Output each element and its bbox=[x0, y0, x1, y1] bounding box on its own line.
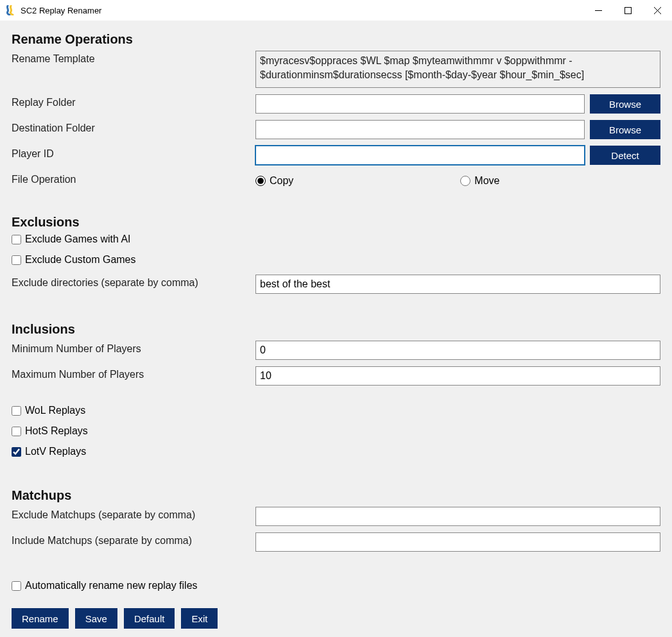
detect-button[interactable]: Detect bbox=[590, 146, 660, 165]
file-op-move-radio[interactable]: Move bbox=[460, 175, 499, 187]
lotv-checkbox[interactable]: LotV Replays bbox=[12, 446, 660, 457]
browse-destination-folder-button[interactable]: Browse bbox=[590, 120, 660, 139]
file-op-move-label: Move bbox=[474, 175, 499, 187]
file-operation-label: File Operation bbox=[12, 171, 255, 185]
wol-checkbox[interactable]: WoL Replays bbox=[12, 405, 660, 416]
svg-rect-1 bbox=[625, 7, 631, 13]
rename-template-label: Rename Template bbox=[12, 51, 255, 65]
rename-template-input[interactable] bbox=[255, 51, 660, 88]
minimize-button[interactable] bbox=[583, 0, 613, 21]
hots-checkbox[interactable]: HotS Replays bbox=[12, 425, 660, 437]
exit-button[interactable]: Exit bbox=[181, 608, 218, 629]
include-matchups-input[interactable] bbox=[255, 532, 660, 552]
replay-folder-label: Replay Folder bbox=[12, 94, 255, 108]
hots-label: HotS Replays bbox=[25, 425, 88, 437]
browse-replay-folder-button[interactable]: Browse bbox=[590, 94, 660, 114]
file-op-move-radio-input[interactable] bbox=[460, 176, 470, 186]
max-players-label: Maximum Number of Players bbox=[12, 366, 255, 380]
min-players-label: Minimum Number of Players bbox=[12, 341, 255, 355]
exclude-dirs-label: Exclude directories (separate by comma) bbox=[12, 275, 255, 289]
titlebar: SC2 Replay Renamer bbox=[0, 0, 672, 21]
section-rename-ops-heading: Rename Operations bbox=[12, 32, 660, 47]
exclude-ai-checkbox-input[interactable] bbox=[12, 235, 21, 244]
exclude-ai-checkbox[interactable]: Exclude Games with AI bbox=[12, 234, 660, 245]
exclude-custom-checkbox-input[interactable] bbox=[12, 255, 21, 265]
window-title: SC2 Replay Renamer bbox=[21, 6, 583, 15]
save-button[interactable]: Save bbox=[75, 608, 117, 629]
wol-label: WoL Replays bbox=[25, 405, 85, 416]
section-exclusions-heading: Exclusions bbox=[12, 215, 660, 230]
exclude-matchups-label: Exclude Matchups (separate by comma) bbox=[12, 507, 255, 521]
exclude-custom-checkbox[interactable]: Exclude Custom Games bbox=[12, 254, 660, 266]
auto-rename-checkbox[interactable]: Automatically rename new replay files bbox=[12, 580, 660, 591]
exclude-matchups-input[interactable] bbox=[255, 507, 660, 526]
player-id-label: Player ID bbox=[12, 146, 255, 160]
auto-rename-label: Automatically rename new replay files bbox=[25, 580, 198, 591]
section-matchups-heading: Matchups bbox=[12, 488, 660, 503]
include-matchups-label: Include Matchups (separate by comma) bbox=[12, 532, 255, 547]
exclude-ai-label: Exclude Games with AI bbox=[25, 234, 131, 245]
replay-folder-input[interactable] bbox=[255, 94, 585, 114]
exclude-custom-label: Exclude Custom Games bbox=[25, 254, 136, 266]
wol-checkbox-input[interactable] bbox=[12, 406, 21, 416]
lotv-checkbox-input[interactable] bbox=[12, 447, 21, 457]
player-id-input[interactable] bbox=[255, 146, 585, 165]
file-op-copy-label: Copy bbox=[270, 175, 293, 187]
close-button[interactable] bbox=[642, 0, 672, 21]
max-players-input[interactable] bbox=[255, 366, 660, 386]
file-op-copy-radio-input[interactable] bbox=[255, 176, 266, 186]
min-players-input[interactable] bbox=[255, 341, 660, 360]
destination-folder-input[interactable] bbox=[255, 120, 585, 139]
default-button[interactable]: Default bbox=[124, 608, 175, 629]
section-inclusions-heading: Inclusions bbox=[12, 322, 660, 337]
exclude-dirs-input[interactable] bbox=[255, 275, 660, 294]
lotv-label: LotV Replays bbox=[25, 446, 86, 457]
auto-rename-checkbox-input[interactable] bbox=[12, 581, 21, 591]
file-op-copy-radio[interactable]: Copy bbox=[255, 175, 293, 187]
hots-checkbox-input[interactable] bbox=[12, 427, 21, 436]
rename-button[interactable]: Rename bbox=[12, 608, 69, 629]
maximize-button[interactable] bbox=[613, 0, 642, 21]
client-area: Rename Operations Rename Template Replay… bbox=[0, 21, 672, 637]
destination-folder-label: Destination Folder bbox=[12, 120, 255, 134]
app-icon bbox=[5, 5, 15, 15]
